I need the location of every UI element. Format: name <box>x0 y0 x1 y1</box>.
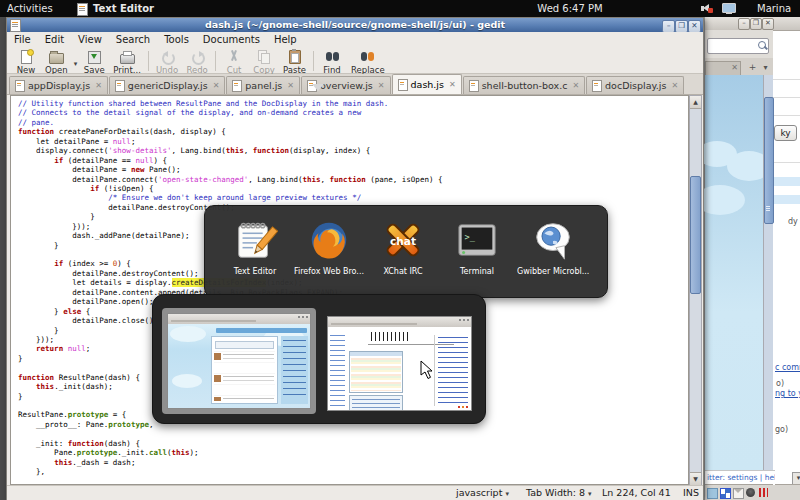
toolbar: New Open ▾ Save Print... Undo Re <box>7 48 703 74</box>
menu-tools[interactable]: Tools <box>157 32 196 48</box>
status-bar: javascript ▾ Tab Width: 8 ▾ Ln 224, Col … <box>7 485 703 500</box>
switcher-item-firefox[interactable]: Firefox Web Bro... <box>293 217 365 276</box>
new-tab-button[interactable]: + <box>747 62 758 73</box>
redo-button[interactable]: Redo <box>182 49 212 76</box>
close-icon[interactable]: ✕ <box>449 80 456 89</box>
switcher-item-terminal[interactable]: >_ Terminal <box>441 217 513 276</box>
gedit-icon <box>10 19 21 32</box>
switcher-item-xchat[interactable]: chat XChat IRC <box>367 217 439 276</box>
tab-panel[interactable]: panel.js✕ <box>226 76 300 94</box>
copy-button[interactable]: Copy <box>249 49 279 76</box>
menu-edit[interactable]: Edit <box>38 32 71 48</box>
new-button[interactable]: New <box>11 49 41 76</box>
switcher-item-text-editor[interactable]: Text Editor <box>219 217 291 276</box>
maximize-button[interactable]: ❐ <box>675 20 688 33</box>
print-icon <box>120 54 135 64</box>
cut-button[interactable]: Cut <box>219 49 249 76</box>
activities-button[interactable]: Activities <box>7 0 53 17</box>
close-button[interactable]: ✕ <box>762 18 774 30</box>
scrollbar-thumb[interactable] <box>764 97 774 224</box>
firefox-icon <box>306 217 352 263</box>
scrollbar-thumb[interactable] <box>690 176 701 294</box>
tab-genericDisplay[interactable]: genericDisplay.js✕ <box>109 76 225 94</box>
xchat-icon: chat <box>380 217 426 263</box>
tray-icon-red-bars[interactable] <box>759 488 768 497</box>
minimize-button[interactable]: – <box>738 18 750 30</box>
tray-icon-checker[interactable] <box>720 488 731 499</box>
editor-scrollbar[interactable]: ▲ ▼ <box>689 95 702 485</box>
im-status-icon[interactable] <box>742 3 753 14</box>
open-dropdown-chevron[interactable]: ▾ <box>72 60 80 68</box>
close-icon[interactable]: ✕ <box>95 81 102 90</box>
close-icon[interactable]: ✕ <box>213 81 220 90</box>
maximize-button[interactable]: ❐ <box>750 18 762 30</box>
code-line: _init: function(dash) { <box>18 439 689 448</box>
window-thumbnail-1[interactable] <box>167 313 311 409</box>
switcher-item-gwibber[interactable]: Gwibber Microbl... <box>517 217 589 276</box>
app-menu-icon <box>77 3 88 16</box>
browser-scrollbar[interactable] <box>763 75 773 470</box>
ky-button[interactable]: ky <box>774 125 797 141</box>
find-button[interactable]: Find <box>317 49 347 76</box>
user-menu[interactable]: Marina <box>757 0 791 17</box>
link-fragment[interactable]: ng to y <box>775 389 800 398</box>
document-tab-bar: appDisplay.js✕ genericDisplay.js✕ panel.… <box>7 74 703 95</box>
mail-icon[interactable] <box>733 488 744 499</box>
paste-button[interactable]: Paste <box>279 49 310 76</box>
background-window-right[interactable]: ky dy c comm o) ng to y go) ▾ <box>772 17 800 500</box>
menu-documents[interactable]: Documents <box>196 32 267 48</box>
network-icon[interactable] <box>722 3 736 13</box>
close-button[interactable]: ✕ <box>688 20 701 33</box>
close-icon[interactable]: ✕ <box>731 63 738 72</box>
document-icon <box>469 80 479 92</box>
close-icon[interactable]: ✕ <box>287 81 294 90</box>
close-icon[interactable]: ✕ <box>671 81 678 90</box>
document-icon <box>232 80 242 92</box>
close-icon[interactable]: ✕ <box>572 81 579 90</box>
app-switcher: Text Editor Firefox Web Bro... <box>204 205 608 298</box>
scroll-down-button[interactable]: ▼ <box>690 472 701 485</box>
language-selector[interactable]: javascript ▾ <box>456 487 509 498</box>
minimize-button[interactable]: – <box>662 20 675 33</box>
page-footer-links[interactable]: itter: settings | help <box>705 470 775 485</box>
code-line: let detailPane = null; <box>18 137 689 146</box>
window-thumbnail-2[interactable] <box>327 316 472 411</box>
tab-shell-button-box[interactable]: shell-button-box.c✕ <box>463 76 585 94</box>
browser-statusbar <box>705 484 773 500</box>
clock[interactable]: Wed 6:47 PM <box>500 0 640 17</box>
tab-dash[interactable]: dash.js✕ <box>392 74 462 94</box>
save-icon <box>88 51 101 64</box>
browser-titlebar: – ❐ ✕ <box>705 17 773 31</box>
menu-file[interactable]: File <box>7 32 38 48</box>
undo-button[interactable]: Undo <box>152 49 182 76</box>
menu-help[interactable]: Help <box>267 32 304 48</box>
print-button[interactable]: Print... <box>109 49 145 76</box>
scroll-up-button[interactable]: ▲ <box>690 96 701 109</box>
code-line: function createPaneForDetails(dash, disp… <box>18 127 689 136</box>
tab-width-selector[interactable]: Tab Width: 8 ▾ <box>526 487 592 498</box>
code-line: // pane. <box>18 118 689 127</box>
search-input[interactable] <box>707 38 769 54</box>
menu-view[interactable]: View <box>71 32 109 48</box>
save-button[interactable]: Save <box>79 49 109 76</box>
tab-appDisplay[interactable]: appDisplay.js✕ <box>9 76 108 94</box>
gedit-titlebar[interactable]: dash.js (~/gnome-shell/source/gnome-shel… <box>7 18 703 32</box>
link-fragment[interactable]: c comm <box>775 363 800 372</box>
close-icon[interactable]: ✕ <box>378 81 385 90</box>
replace-button[interactable]: Replace <box>347 49 389 76</box>
desktop: ky dy c comm o) ng to y go) ▾ – ❐ ✕ ✕ + … <box>0 0 800 500</box>
tray-icon-blue[interactable] <box>707 488 718 499</box>
tab-docDisplay[interactable]: docDisplay.js✕ <box>586 76 684 94</box>
background-window-browser[interactable]: – ❐ ✕ ✕ + ▾ itter: settings | help <box>704 17 773 500</box>
insert-mode-indicator: INS <box>683 487 699 498</box>
browser-tab[interactable]: ✕ <box>705 61 741 76</box>
background-window-right-titlebar <box>773 17 800 31</box>
text-fragment: dy <box>788 217 798 226</box>
app-menu-button[interactable]: Text Editor <box>93 0 154 17</box>
open-button[interactable]: Open <box>41 49 72 76</box>
code-line: if (detailPane == null) { <box>18 156 689 165</box>
new-file-icon <box>21 50 32 64</box>
tray-icon-dark[interactable] <box>746 488 755 497</box>
menu-search[interactable]: Search <box>109 32 157 48</box>
tab-list-button[interactable]: ▾ <box>760 62 771 73</box>
